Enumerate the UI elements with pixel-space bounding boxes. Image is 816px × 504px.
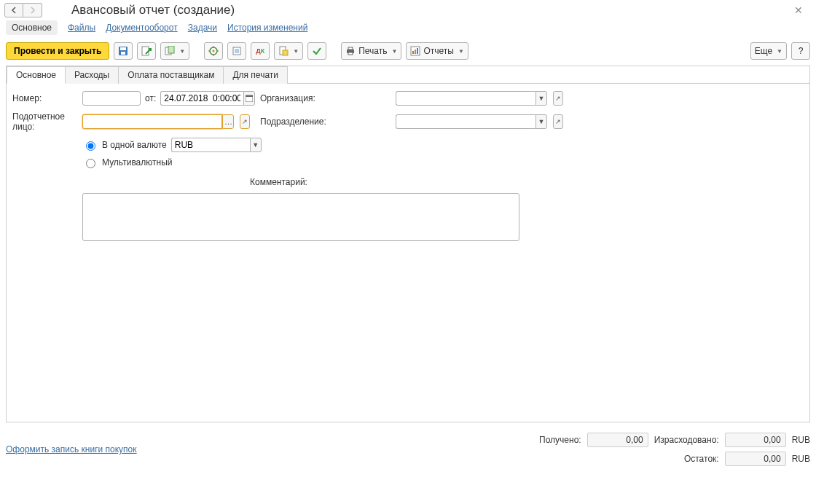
comment-label: Комментарий: [250, 174, 396, 187]
remainder-label: Остаток: [654, 454, 719, 464]
person-label: Подотчетное лицо: [12, 111, 82, 132]
dt-kt-button[interactable]: ДК [251, 42, 270, 60]
org-input[interactable] [396, 91, 536, 106]
remainder-value: 0,00 [725, 452, 786, 466]
reports-icon [410, 46, 420, 56]
currency-input[interactable] [171, 138, 250, 152]
org-open-button[interactable]: ↗ [553, 91, 563, 106]
tab-supplier-payment[interactable]: Оплата поставщикам [119, 66, 224, 84]
multi-currency-label: Мультивалютный [102, 157, 173, 168]
check-icon [312, 46, 322, 56]
page-title: Авансовый отчет (создание) [71, 3, 235, 17]
print-label: Печать [358, 46, 387, 56]
nav-forward-button[interactable] [23, 3, 42, 17]
comment-textarea[interactable] [82, 193, 519, 241]
svg-point-7 [213, 50, 215, 52]
nav-back-button[interactable] [4, 3, 23, 17]
purchase-book-link[interactable]: Оформить запись книги покупок [6, 444, 137, 454]
svg-rect-2 [121, 52, 125, 55]
caret-down-icon: ▼ [777, 48, 782, 55]
nav-files[interactable]: Файлы [68, 23, 95, 33]
single-currency-label: В одной валюте [102, 140, 167, 150]
based-on-button[interactable]: ▼ [160, 42, 189, 60]
person-select-button[interactable]: … [222, 114, 234, 129]
attach-icon [278, 46, 289, 56]
spent-label: Израсходовано: [654, 435, 719, 445]
adjust-icon [208, 46, 219, 56]
svg-rect-20 [417, 48, 418, 54]
list-icon [232, 46, 242, 56]
tab-main[interactable]: Основное [7, 66, 66, 84]
currency-2: RUB [792, 454, 810, 464]
svg-rect-15 [348, 47, 353, 50]
more-label: Еще [755, 46, 772, 56]
save-button[interactable] [114, 42, 133, 60]
caret-down-icon: ▼ [179, 48, 185, 55]
nav-docflow[interactable]: Документооборот [106, 23, 178, 33]
dept-open-button[interactable]: ↗ [553, 114, 563, 129]
post-and-close-button[interactable]: Провести и закрыть [6, 42, 109, 60]
print-button[interactable]: Печать ▼ [341, 42, 401, 60]
dtkt-icon: ДК [256, 47, 264, 55]
post-icon [141, 46, 152, 56]
svg-rect-5 [168, 46, 174, 53]
multi-currency-radio[interactable] [86, 159, 95, 168]
nav-tasks[interactable]: Задачи [188, 23, 217, 33]
currency-1: RUB [792, 435, 810, 445]
tab-expenses[interactable]: Расходы [66, 66, 119, 84]
caret-down-icon: ▼ [293, 48, 299, 55]
svg-rect-16 [348, 52, 353, 55]
printer-icon [345, 46, 356, 56]
org-label: Организация: [250, 93, 396, 103]
tab-for-print[interactable]: Для печати [224, 66, 288, 84]
list-button[interactable] [227, 42, 246, 60]
number-label: Номер: [12, 93, 82, 103]
svg-rect-18 [412, 51, 414, 54]
dept-dropdown-button[interactable]: ▼ [536, 114, 547, 129]
person-open-button[interactable]: ↗ [240, 114, 250, 129]
currency-dropdown-button[interactable]: ▼ [250, 138, 262, 152]
post-button[interactable] [137, 42, 156, 60]
svg-rect-19 [415, 50, 416, 54]
close-button[interactable]: ✕ [790, 3, 807, 17]
nav-main[interactable]: Основное [6, 20, 58, 35]
person-input[interactable] [82, 114, 222, 129]
svg-rect-1 [120, 47, 126, 50]
reports-button[interactable]: Отчеты ▼ [406, 42, 468, 60]
reports-label: Отчеты [423, 46, 453, 56]
spent-value: 0,00 [725, 433, 786, 447]
help-button[interactable]: ? [791, 42, 810, 60]
received-value: 0,00 [587, 433, 648, 447]
caret-down-icon: ▼ [391, 48, 397, 55]
based-on-icon [165, 46, 175, 56]
arrow-right-icon [29, 7, 36, 14]
caret-down-icon: ▼ [458, 48, 464, 55]
received-label: Получено: [539, 435, 581, 445]
date-input[interactable] [160, 91, 243, 106]
svg-rect-13 [283, 50, 288, 55]
number-input[interactable] [82, 91, 141, 106]
nav-history[interactable]: История изменений [227, 23, 307, 33]
attach-button[interactable]: ▼ [274, 42, 303, 60]
single-currency-radio[interactable] [86, 141, 95, 151]
settings-offset-button[interactable] [204, 42, 223, 60]
more-button[interactable]: Еще ▼ [750, 42, 787, 60]
approve-button[interactable] [307, 42, 326, 60]
dept-label: Подразделение: [250, 117, 396, 127]
arrow-left-icon [10, 7, 17, 14]
dept-input[interactable] [396, 114, 536, 129]
org-dropdown-button[interactable]: ▼ [536, 91, 547, 106]
save-icon [118, 46, 128, 56]
from-label: от: [145, 93, 156, 103]
